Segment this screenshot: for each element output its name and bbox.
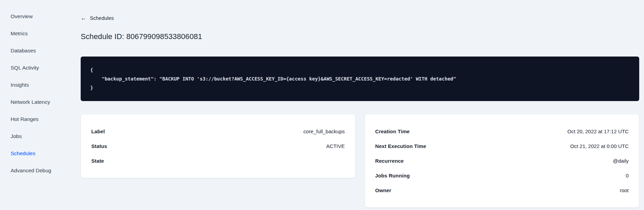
schedule-timing-card: Creation Time Oct 20, 2022 at 17:12 UTC …: [365, 114, 640, 208]
sidebar: Overview Metrics Databases SQL Activity …: [0, 0, 62, 210]
table-row: Next Execution Time Oct 21, 2022 at 0:00…: [375, 139, 629, 153]
creation-time-row-value: Oct 20, 2022 at 17:12 UTC: [567, 128, 629, 134]
jobs-running-row-value: 0: [626, 173, 629, 178]
creation-time-row-label: Creation Time: [375, 128, 410, 134]
backup-statement-code-block: { "backup_statement": "BACKUP INTO 's3:/…: [81, 57, 639, 101]
arrow-left-icon: ←: [81, 15, 86, 21]
status-row-value: ACTIVE: [326, 143, 345, 149]
table-row: Recurrence @daily: [375, 153, 629, 168]
page-title: Schedule ID: 806799098533806081: [81, 33, 639, 41]
main-content: ← Schedules Schedule ID: 806799098533806…: [62, 0, 644, 210]
back-to-schedules-link[interactable]: ← Schedules: [81, 15, 114, 21]
owner-row-label: Owner: [375, 187, 391, 193]
table-row: Jobs Running 0: [375, 168, 629, 183]
sidebar-item-network-latency[interactable]: Network Latency: [0, 94, 62, 111]
jobs-running-row-label: Jobs Running: [375, 173, 410, 178]
detail-cards: Label core_full_backups Status ACTIVE St…: [81, 114, 639, 208]
sidebar-item-schedules[interactable]: Schedules: [0, 145, 62, 162]
status-row-label: Status: [91, 143, 107, 149]
label-row-value: core_full_backups: [304, 128, 345, 134]
table-row: Label core_full_backups: [91, 124, 345, 139]
recurrence-row-label: Recurrence: [375, 158, 404, 164]
sidebar-item-sql-activity[interactable]: SQL Activity: [0, 59, 62, 76]
sidebar-item-jobs[interactable]: Jobs: [0, 128, 62, 145]
sidebar-item-overview[interactable]: Overview: [0, 8, 62, 25]
table-row: Creation Time Oct 20, 2022 at 17:12 UTC: [375, 124, 629, 139]
state-row-label: State: [91, 158, 104, 164]
table-row: State: [91, 153, 345, 168]
sidebar-item-hot-ranges[interactable]: Hot Ranges: [0, 111, 62, 128]
sidebar-item-databases[interactable]: Databases: [0, 42, 62, 59]
sidebar-item-insights[interactable]: Insights: [0, 76, 62, 94]
sidebar-item-advanced-debug[interactable]: Advanced Debug: [0, 162, 62, 179]
sidebar-item-metrics[interactable]: Metrics: [0, 25, 62, 42]
table-row: Owner root: [375, 183, 629, 198]
table-row: Status ACTIVE: [91, 139, 345, 153]
code-line: "backup_statement": "BACKUP INTO 's3://b…: [90, 74, 630, 83]
next-execution-time-row-label: Next Execution Time: [375, 143, 426, 149]
back-link-label: Schedules: [90, 15, 114, 21]
schedule-details-card: Label core_full_backups Status ACTIVE St…: [81, 114, 355, 178]
recurrence-row-value: @daily: [613, 158, 629, 164]
page: Overview Metrics Databases SQL Activity …: [0, 0, 644, 210]
code-line: }: [90, 83, 630, 92]
label-row-label: Label: [91, 128, 105, 134]
code-line: {: [90, 65, 630, 74]
next-execution-time-row-value: Oct 21, 2022 at 0:00 UTC: [570, 143, 629, 149]
owner-row-value: root: [620, 187, 629, 193]
